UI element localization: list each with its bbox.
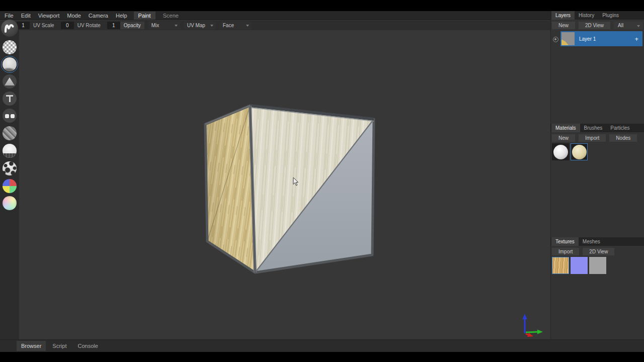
material-wood-selected[interactable]	[571, 143, 588, 160]
paint-toolbar: 1 UV Scale 0 UV Rotate 1 Opacity Mix UV …	[0, 21, 550, 30]
texture-normal-map[interactable]	[571, 257, 588, 274]
3d-viewport[interactable]	[19, 30, 550, 339]
layer-filter-dropdown[interactable]: All	[614, 22, 643, 29]
color-quadrant-brush-icon[interactable]	[3, 179, 17, 193]
double-dot-brush-icon[interactable]	[3, 109, 17, 123]
uv-rotate-field: 0 UV Rotate	[61, 22, 104, 29]
menu-file[interactable]: File	[1, 12, 17, 20]
texture-2d-view-button[interactable]: 2D View	[583, 248, 614, 255]
uv-scale-field: 1 UV Scale	[17, 22, 58, 29]
tab-particles[interactable]: Particles	[606, 124, 633, 132]
layer-thumbnail	[561, 32, 575, 45]
texture-import-button[interactable]: Import	[552, 248, 579, 255]
axis-gizmo	[523, 314, 543, 337]
material-import-button[interactable]: Import	[579, 134, 606, 142]
opacity-input[interactable]: 1	[107, 22, 120, 29]
smudge-brush-icon[interactable]	[3, 57, 17, 71]
tab-script[interactable]: Script	[48, 341, 71, 351]
menu-camera[interactable]: Camera	[85, 12, 112, 20]
rainbow-gradient-brush-icon[interactable]	[3, 196, 17, 210]
checker-pattern-brush-icon[interactable]	[3, 40, 17, 54]
tab-history[interactable]: History	[575, 11, 598, 20]
layer-visibility-eye-icon[interactable]	[553, 37, 558, 42]
texture-gray-roughness[interactable]	[589, 257, 606, 274]
tab-layers[interactable]: Layers	[551, 11, 575, 20]
material-default-white[interactable]	[552, 143, 569, 160]
tab-brushes[interactable]: Brushes	[580, 124, 607, 132]
blend-mode-dropdown[interactable]: Mix	[148, 22, 180, 29]
uv-scale-input[interactable]: 1	[17, 22, 30, 29]
materials-section: Materials Brushes Particles New Import N…	[551, 124, 644, 160]
tab-paint-mode[interactable]: Paint	[134, 12, 155, 20]
layer-add-button[interactable]: +	[634, 35, 638, 43]
opacity-field: 1 Opacity	[107, 22, 144, 29]
tab-browser[interactable]: Browser	[17, 341, 46, 351]
text-tool-icon[interactable]	[3, 92, 17, 106]
uv-rotate-label: UV Rotate	[74, 22, 104, 29]
tab-textures[interactable]: Textures	[551, 237, 579, 246]
material-new-button[interactable]: New	[552, 134, 575, 142]
application-window: File Edit Viewport Mode Camera Help Pain…	[0, 11, 644, 352]
materials-section-tabs: Materials Brushes Particles	[551, 124, 644, 132]
layers-section: Layers History Plugins New 2D View All L…	[551, 11, 644, 29]
tab-console[interactable]: Console	[73, 341, 102, 351]
material-nodes-button[interactable]: Nodes	[609, 134, 637, 142]
app-logo-brush-icon[interactable]	[1, 20, 18, 37]
textures-section-tabs: Textures Meshes	[551, 237, 644, 246]
menu-mode[interactable]: Mode	[63, 12, 85, 20]
painted-cube-scene	[19, 30, 550, 339]
tab-plugins[interactable]: Plugins	[598, 11, 623, 20]
cone-shape-brush-icon[interactable]	[3, 74, 17, 88]
tab-scene-mode[interactable]: Scene	[158, 12, 183, 20]
tab-meshes[interactable]: Meshes	[579, 237, 604, 246]
grass-stamp-brush-icon[interactable]	[3, 144, 17, 158]
spots-brush-icon[interactable]	[3, 161, 17, 175]
uv-map-dropdown[interactable]: UV Map	[184, 22, 216, 29]
uv-rotate-input[interactable]: 0	[61, 22, 74, 29]
uv-scale-label: UV Scale	[30, 22, 58, 29]
right-panel: Layers History Plugins New 2D View All L…	[550, 11, 644, 339]
menu-edit[interactable]: Edit	[18, 12, 34, 20]
layer-2d-view-button[interactable]: 2D View	[579, 22, 610, 29]
scratches-brush-icon[interactable]	[3, 126, 17, 140]
menu-viewport[interactable]: Viewport	[35, 12, 63, 20]
face-mode-dropdown[interactable]: Face	[220, 22, 252, 29]
menu-help[interactable]: Help	[112, 12, 131, 20]
layer-new-button[interactable]: New	[552, 22, 575, 29]
opacity-label: Opacity	[120, 22, 144, 29]
textures-section: Textures Meshes Import 2D View	[551, 237, 644, 274]
layer-row[interactable]: Layer 1 +	[560, 31, 642, 46]
bottom-bar: Browser Script Console	[0, 339, 644, 352]
layers-section-tabs: Layers History Plugins	[551, 11, 644, 20]
tab-materials[interactable]: Materials	[551, 124, 580, 132]
texture-wood-albedo[interactable]	[552, 257, 569, 274]
layer-name: Layer 1	[579, 36, 634, 42]
menu-bar: File Edit Viewport Mode Camera Help Pain…	[0, 11, 550, 20]
